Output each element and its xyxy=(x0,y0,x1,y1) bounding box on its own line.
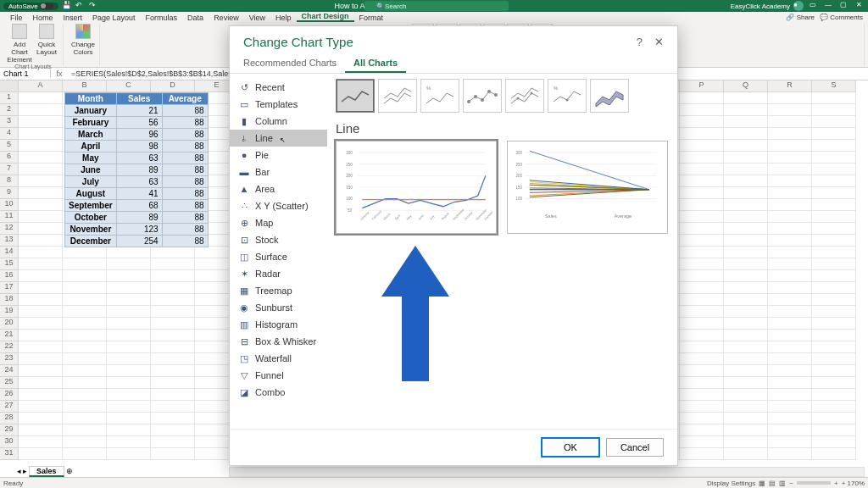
cell[interactable] xyxy=(63,424,107,436)
col-header[interactable]: C xyxy=(107,80,151,92)
cell[interactable] xyxy=(724,270,768,282)
row-header[interactable]: 1 xyxy=(0,92,19,104)
chart-category-bar[interactable]: ▬Bar xyxy=(230,164,327,180)
account-name[interactable]: EasyClick Academy xyxy=(731,3,790,10)
cell[interactable] xyxy=(680,401,724,413)
chart-category-funnel[interactable]: ▽Funnel xyxy=(230,367,327,384)
cell[interactable] xyxy=(812,235,856,247)
chart-category-area[interactable]: ▲Area xyxy=(230,180,327,197)
sheet-nav-prev-icon[interactable]: ◂ xyxy=(17,467,21,475)
cell[interactable] xyxy=(680,306,724,318)
cell[interactable] xyxy=(680,187,724,199)
cell[interactable] xyxy=(812,258,856,270)
cell[interactable] xyxy=(680,282,724,294)
cell[interactable] xyxy=(724,140,768,152)
zoom-out-icon[interactable]: − xyxy=(789,480,793,487)
cell[interactable] xyxy=(768,282,812,294)
maximize-icon[interactable]: ▢ xyxy=(837,1,849,11)
cell[interactable] xyxy=(19,116,63,128)
cell[interactable] xyxy=(680,223,724,235)
chart-category-map[interactable]: ⊕Map xyxy=(230,214,327,231)
cell[interactable] xyxy=(724,413,768,424)
cell[interactable] xyxy=(63,436,107,448)
row-header[interactable]: 2 xyxy=(0,104,19,116)
cell[interactable] xyxy=(63,448,107,460)
cell[interactable] xyxy=(724,223,768,235)
cell[interactable] xyxy=(724,152,768,164)
cell[interactable] xyxy=(768,436,812,448)
zoom-level[interactable]: + 170% xyxy=(842,480,865,487)
row-header[interactable]: 16 xyxy=(0,270,19,282)
cell[interactable] xyxy=(107,247,151,258)
cell[interactable] xyxy=(19,152,63,164)
cell[interactable] xyxy=(680,116,724,128)
chart-category-surface[interactable]: ◫Surface xyxy=(230,248,327,265)
name-box[interactable]: Chart 1 xyxy=(0,69,51,78)
cell[interactable] xyxy=(63,282,107,294)
cell[interactable] xyxy=(768,389,812,401)
cell[interactable] xyxy=(812,199,856,211)
cell[interactable] xyxy=(680,199,724,211)
cell[interactable] xyxy=(724,401,768,413)
cell[interactable] xyxy=(19,235,63,247)
cell[interactable] xyxy=(107,341,151,353)
cell[interactable] xyxy=(151,318,195,330)
cell[interactable] xyxy=(151,341,195,353)
cell[interactable] xyxy=(768,92,812,104)
cell[interactable] xyxy=(812,92,856,104)
cell[interactable] xyxy=(680,413,724,424)
cell[interactable] xyxy=(63,330,107,341)
undo-icon[interactable]: ↶ xyxy=(75,1,86,11)
cell[interactable] xyxy=(63,389,107,401)
chart-category-line[interactable]: ⫰Line↖ xyxy=(230,130,327,147)
display-settings-button[interactable]: Display Settings xyxy=(707,480,755,487)
cell[interactable] xyxy=(680,152,724,164)
subtype-100-stacked-line[interactable]: % xyxy=(420,79,459,113)
chart-category-recent[interactable]: ↺Recent xyxy=(230,79,327,96)
cell[interactable] xyxy=(724,211,768,223)
cell[interactable] xyxy=(724,353,768,365)
cell[interactable] xyxy=(812,365,856,377)
fx-icon[interactable]: fx xyxy=(51,69,68,78)
cell[interactable] xyxy=(151,401,195,413)
cell[interactable] xyxy=(19,211,63,223)
cell[interactable] xyxy=(724,164,768,175)
redo-icon[interactable]: ↷ xyxy=(89,1,99,11)
avatar-icon[interactable]: ● xyxy=(793,1,804,11)
cell[interactable] xyxy=(812,270,856,282)
cell[interactable] xyxy=(19,413,63,424)
cell[interactable] xyxy=(680,365,724,377)
chart-category-histogram[interactable]: ▥Histogram xyxy=(230,316,327,333)
cell[interactable] xyxy=(812,389,856,401)
row-header[interactable]: 14 xyxy=(0,247,19,258)
cell[interactable] xyxy=(724,235,768,247)
row-header[interactable]: 17 xyxy=(0,282,19,294)
cell[interactable] xyxy=(724,365,768,377)
cell[interactable] xyxy=(768,448,812,460)
row-header[interactable]: 31 xyxy=(0,448,19,460)
cell[interactable] xyxy=(724,187,768,199)
add-chart-element-button[interactable]: Add Chart Element xyxy=(7,24,32,64)
tab-format[interactable]: Format xyxy=(354,14,389,22)
cell[interactable] xyxy=(768,247,812,258)
autosave-toggle[interactable]: AutoSave xyxy=(3,3,58,10)
cell[interactable] xyxy=(107,330,151,341)
chart-category-column[interactable]: ▮Column xyxy=(230,113,327,130)
cell[interactable] xyxy=(19,270,63,282)
row-header[interactable]: 12 xyxy=(0,223,19,235)
cell[interactable] xyxy=(19,448,63,460)
row-header[interactable]: 19 xyxy=(0,306,19,318)
minimize-icon[interactable]: — xyxy=(822,1,834,11)
close-icon[interactable]: ✕ xyxy=(853,1,865,11)
cancel-button[interactable]: Cancel xyxy=(606,438,664,457)
cell[interactable] xyxy=(151,413,195,424)
cell[interactable] xyxy=(63,365,107,377)
cell[interactable] xyxy=(680,341,724,353)
cell[interactable] xyxy=(63,413,107,424)
chart-preview-2[interactable]: 300250200150100 Sales xyxy=(507,141,668,234)
cell[interactable] xyxy=(19,128,63,140)
dialog-close-icon[interactable]: ✕ xyxy=(654,36,664,48)
cell[interactable] xyxy=(19,401,63,413)
cell[interactable] xyxy=(812,436,856,448)
cell[interactable] xyxy=(151,247,195,258)
